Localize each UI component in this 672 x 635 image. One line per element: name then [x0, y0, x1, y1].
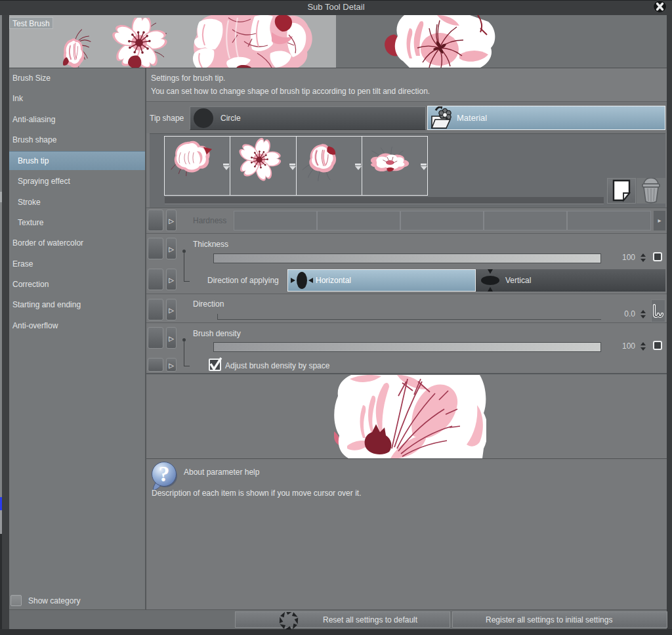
svg-text:?: ? [159, 462, 170, 486]
